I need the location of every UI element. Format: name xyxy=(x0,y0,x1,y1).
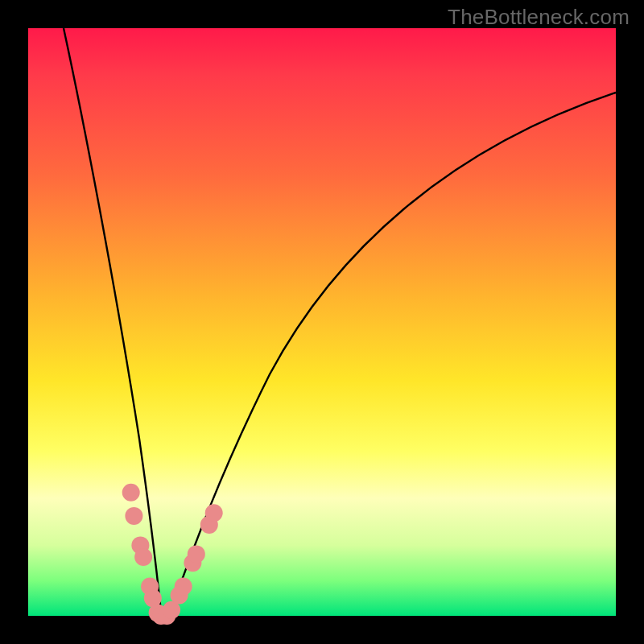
curve-layer xyxy=(64,28,616,613)
chart-frame: TheBottleneck.com xyxy=(0,0,644,644)
chart-svg xyxy=(28,28,616,616)
watermark-text: TheBottleneck.com xyxy=(448,5,630,30)
marker-point xyxy=(122,484,140,502)
marker-point xyxy=(188,545,205,563)
marker-point xyxy=(175,578,192,596)
right-branch-curve xyxy=(170,93,616,613)
marker-point xyxy=(134,548,152,566)
left-branch-curve xyxy=(64,28,161,612)
marker-layer xyxy=(122,484,223,625)
marker-point xyxy=(205,504,223,522)
marker-point xyxy=(125,507,142,525)
